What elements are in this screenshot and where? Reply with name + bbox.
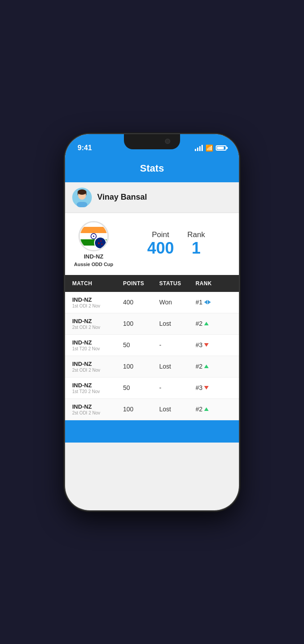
point-label: Point (152, 230, 169, 239)
arrow-up-icon (204, 365, 209, 368)
svg-point-3 (78, 189, 86, 195)
status-cell: Lost (159, 320, 195, 327)
status-cell: - (159, 341, 195, 349)
svg-rect-6 (80, 227, 107, 233)
tournament-name: IND-NZ (84, 253, 103, 260)
status-cell: Lost (159, 363, 195, 370)
arrow-side-icon (204, 300, 211, 304)
flag-circle: ✦ ✦ ✦ (78, 221, 109, 251)
bottom-bar (65, 420, 239, 443)
rank-text: #3 (196, 341, 203, 349)
arrow-up-icon (204, 407, 209, 411)
match-name: IND-NZ (72, 318, 123, 324)
battery-icon (216, 145, 226, 151)
points-cell: 100 (123, 406, 159, 413)
match-table: MATCH POINTS STATUS RANK IND-NZ 1st ODI … (65, 275, 239, 420)
arrow-down-icon (204, 343, 209, 347)
rank-text: #2 (196, 406, 203, 413)
rank-cell: #1 (196, 299, 232, 306)
nz-flag: ✦ ✦ ✦ (96, 238, 105, 247)
rank-text: #2 (196, 363, 203, 370)
svg-point-10 (93, 235, 94, 237)
match-cell: IND-NZ 1st T20 2 Nov (72, 339, 123, 351)
user-bar: Vinay Bansal (65, 182, 239, 213)
match-name: IND-NZ (72, 403, 123, 410)
status-cell: - (159, 384, 195, 391)
status-cell: Lost (159, 406, 195, 413)
rank-text: #3 (196, 384, 203, 391)
rank-value: 1 (192, 239, 201, 257)
match-cell: IND-NZ 1st ODI 2 Nov (72, 296, 123, 308)
match-name: IND-NZ (72, 382, 123, 389)
svg-text:✦: ✦ (100, 240, 102, 242)
nz-flag-overlay: ✦ ✦ ✦ (94, 237, 107, 249)
status-time: 9:41 (78, 144, 92, 152)
status-cell: Won (159, 299, 195, 306)
match-cell: IND-NZ 2st ODI 2 Nov (72, 318, 123, 330)
col-points: POINTS (123, 280, 159, 287)
stats-numbers: Point 400 Rank 1 (122, 230, 230, 257)
point-value: 400 (147, 239, 174, 257)
rank-cell: #2 (196, 406, 232, 413)
rank-cell: #3 (196, 341, 232, 349)
col-rank: RANK (196, 280, 232, 287)
status-icons: 📶 (195, 144, 226, 152)
table-row: IND-NZ 1st ODI 2 Nov 400 Won #1 (65, 292, 239, 313)
match-sub: 1st T20 2 Nov (72, 389, 123, 394)
wifi-icon: 📶 (205, 144, 213, 152)
table-row: IND-NZ 1st T20 2 Nov 50 - #3 (65, 377, 239, 399)
match-cell: IND-NZ 2st ODI 2 Nov (72, 403, 123, 415)
points-cell: 50 (123, 341, 159, 349)
table-body: IND-NZ 1st ODI 2 Nov 400 Won #1 IND-NZ 2… (65, 292, 239, 420)
app-header: Stats (65, 156, 239, 182)
table-row: IND-NZ 2st ODI 2 Nov 100 Lost #2 (65, 313, 239, 335)
match-sub: 1st T20 2 Nov (72, 346, 123, 351)
match-sub: 2st ODI 2 Nov (72, 325, 123, 330)
match-sub: 1st ODI 2 Nov (72, 304, 123, 308)
match-name: IND-NZ (72, 296, 123, 303)
signal-icon (195, 145, 203, 151)
points-cell: 100 (123, 320, 159, 327)
phone-screen: 9:41 📶 Stats (65, 134, 239, 510)
table-row: IND-NZ 2st ODI 2 Nov 100 Lost #2 (65, 356, 239, 377)
tournament-cup: Aussie ODD Cup (74, 262, 113, 267)
col-match: MATCH (72, 280, 123, 287)
camera-icon (165, 139, 170, 144)
table-header: MATCH POINTS STATUS RANK (65, 275, 239, 292)
arrow-down-icon (204, 386, 209, 390)
rank-cell: #2 (196, 363, 232, 370)
col-status: STATUS (159, 280, 195, 287)
rank-text: #2 (196, 320, 203, 327)
rank-cell: #3 (196, 384, 232, 391)
avatar-svg (72, 188, 92, 207)
stats-card: ✦ ✦ ✦ IND-NZ Aussie ODD Cup Point 400 Ra… (65, 213, 239, 275)
match-cell: IND-NZ 2st ODI 2 Nov (72, 361, 123, 373)
rank-stat: Rank 1 (187, 230, 205, 257)
match-name: IND-NZ (72, 339, 123, 346)
rank-text: #1 (196, 299, 203, 306)
table-row: IND-NZ 1st T20 2 Nov 50 - #3 (65, 335, 239, 356)
table-row: IND-NZ 2st ODI 2 Nov 100 Lost #2 (65, 399, 239, 420)
notch (124, 134, 180, 149)
points-cell: 400 (123, 299, 159, 306)
phone-shell: 9:41 📶 Stats (65, 134, 239, 510)
match-name: IND-NZ (72, 361, 123, 367)
tournament-logo: ✦ ✦ ✦ IND-NZ Aussie ODD Cup (74, 221, 113, 267)
user-name: Vinay Bansal (97, 193, 147, 202)
rank-cell: #2 (196, 320, 232, 327)
match-sub: 2st ODI 2 Nov (72, 368, 123, 373)
avatar (72, 188, 92, 207)
match-sub: 2st ODI 2 Nov (72, 410, 123, 415)
point-stat: Point 400 (147, 230, 174, 257)
svg-rect-4 (77, 202, 87, 207)
match-cell: IND-NZ 1st T20 2 Nov (72, 382, 123, 394)
arrow-up-icon (204, 322, 209, 325)
svg-text:✦: ✦ (101, 243, 103, 246)
page-title: Stats (140, 163, 164, 174)
rank-label: Rank (187, 230, 205, 239)
points-cell: 100 (123, 363, 159, 370)
points-cell: 50 (123, 384, 159, 391)
